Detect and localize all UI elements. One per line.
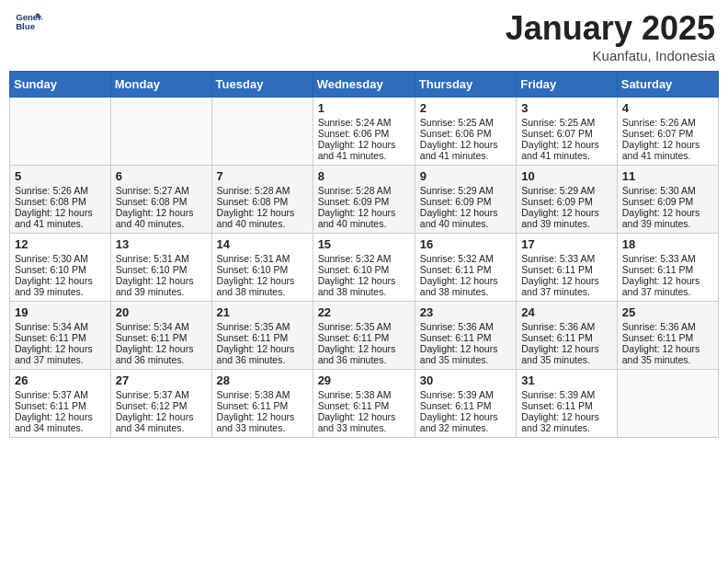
day-info-line: and 37 minutes. xyxy=(15,354,106,365)
weekday-header-wednesday: Wednesday xyxy=(313,72,415,98)
day-info-line: Sunrise: 5:28 AM xyxy=(217,185,308,196)
calendar-cell: 26Sunrise: 5:37 AMSunset: 6:11 PMDayligh… xyxy=(10,370,111,438)
day-info-line: Sunset: 6:11 PM xyxy=(420,264,511,275)
day-info-line: Sunset: 6:09 PM xyxy=(420,196,511,207)
calendar-cell: 16Sunrise: 5:32 AMSunset: 6:11 PMDayligh… xyxy=(415,234,516,302)
day-number: 29 xyxy=(318,373,410,387)
day-number: 19 xyxy=(15,305,106,319)
day-number: 30 xyxy=(420,373,511,387)
day-info-line: Sunset: 6:06 PM xyxy=(420,128,511,139)
day-info-line: and 37 minutes. xyxy=(521,286,612,297)
day-info-line: Daylight: 12 hours xyxy=(318,207,410,218)
calendar-row-4: 26Sunrise: 5:37 AMSunset: 6:11 PMDayligh… xyxy=(10,370,719,438)
day-info-line: and 41 minutes. xyxy=(420,150,511,161)
day-info-line: Sunrise: 5:32 AM xyxy=(420,253,511,264)
day-number: 20 xyxy=(116,305,207,319)
day-info-line: Sunset: 6:11 PM xyxy=(622,332,713,343)
day-number: 28 xyxy=(217,373,308,387)
day-info-line: and 41 minutes. xyxy=(318,150,410,161)
logo: General Blue xyxy=(13,9,42,40)
day-info-line: and 36 minutes. xyxy=(116,354,207,365)
day-info-line: Daylight: 12 hours xyxy=(116,411,207,422)
day-number: 13 xyxy=(116,237,207,251)
calendar-cell: 5Sunrise: 5:26 AMSunset: 6:08 PMDaylight… xyxy=(10,166,111,234)
weekday-header-thursday: Thursday xyxy=(415,72,516,98)
day-info-line: Daylight: 12 hours xyxy=(521,343,612,354)
day-info-line: Daylight: 12 hours xyxy=(420,139,511,150)
day-info-line: Sunset: 6:11 PM xyxy=(318,332,410,343)
day-info-line: Sunset: 6:06 PM xyxy=(318,128,410,139)
day-info-line: Sunset: 6:08 PM xyxy=(15,196,106,207)
day-info-line: Daylight: 12 hours xyxy=(217,207,308,218)
day-info-line: Sunset: 6:11 PM xyxy=(521,400,612,411)
day-info-line: and 40 minutes. xyxy=(116,218,207,229)
calendar-cell: 23Sunrise: 5:36 AMSunset: 6:11 PMDayligh… xyxy=(415,302,516,370)
day-info-line: Daylight: 12 hours xyxy=(217,343,308,354)
calendar-table: SundayMondayTuesdayWednesdayThursdayFrid… xyxy=(9,71,719,438)
day-info-line: Sunrise: 5:36 AM xyxy=(521,321,612,332)
day-info-line: Daylight: 12 hours xyxy=(15,275,106,286)
weekday-header-friday: Friday xyxy=(517,72,618,98)
day-info-line: Sunset: 6:11 PM xyxy=(521,332,612,343)
day-number: 14 xyxy=(217,237,308,251)
day-info-line: Daylight: 12 hours xyxy=(420,207,511,218)
day-info-line: Daylight: 12 hours xyxy=(318,411,410,422)
day-info-line: Sunrise: 5:38 AM xyxy=(217,389,308,400)
day-info-line: Sunset: 6:08 PM xyxy=(116,196,207,207)
calendar-cell: 11Sunrise: 5:30 AMSunset: 6:09 PMDayligh… xyxy=(617,166,718,234)
calendar-cell: 7Sunrise: 5:28 AMSunset: 6:08 PMDaylight… xyxy=(211,166,313,234)
day-info-line: Sunrise: 5:29 AM xyxy=(521,185,612,196)
day-number: 3 xyxy=(521,101,612,115)
day-info-line: and 41 minutes. xyxy=(622,150,713,161)
day-info-line: and 35 minutes. xyxy=(420,354,511,365)
day-number: 27 xyxy=(116,373,207,387)
day-info-line: and 32 minutes. xyxy=(420,422,511,433)
day-info-line: Sunrise: 5:25 AM xyxy=(420,117,511,128)
day-info-line: Daylight: 12 hours xyxy=(116,207,207,218)
day-number: 23 xyxy=(420,305,511,319)
calendar-cell: 2Sunrise: 5:25 AMSunset: 6:06 PMDaylight… xyxy=(415,98,516,166)
day-info-line: Sunrise: 5:35 AM xyxy=(318,321,410,332)
day-info-line: Daylight: 12 hours xyxy=(622,343,713,354)
day-info-line: Sunset: 6:10 PM xyxy=(318,264,410,275)
day-info-line: Sunrise: 5:33 AM xyxy=(521,253,612,264)
location: Kuanfatu, Indonesia xyxy=(506,48,715,63)
calendar-cell xyxy=(110,98,211,166)
day-info-line: Sunset: 6:10 PM xyxy=(217,264,308,275)
calendar-cell: 3Sunrise: 5:25 AMSunset: 6:07 PMDaylight… xyxy=(517,98,618,166)
day-info-line: Daylight: 12 hours xyxy=(622,275,713,286)
calendar-cell: 22Sunrise: 5:35 AMSunset: 6:11 PMDayligh… xyxy=(313,302,415,370)
day-info-line: Sunrise: 5:39 AM xyxy=(420,389,511,400)
calendar-cell: 25Sunrise: 5:36 AMSunset: 6:11 PMDayligh… xyxy=(617,302,718,370)
day-info-line: and 35 minutes. xyxy=(521,354,612,365)
calendar-cell: 27Sunrise: 5:37 AMSunset: 6:12 PMDayligh… xyxy=(110,370,211,438)
weekday-header-monday: Monday xyxy=(110,72,211,98)
day-info-line: Sunset: 6:11 PM xyxy=(217,400,308,411)
calendar-cell: 12Sunrise: 5:30 AMSunset: 6:10 PMDayligh… xyxy=(10,234,111,302)
day-info-line: Daylight: 12 hours xyxy=(420,275,511,286)
calendar-cell: 24Sunrise: 5:36 AMSunset: 6:11 PMDayligh… xyxy=(517,302,618,370)
day-number: 15 xyxy=(318,237,410,251)
day-info-line: and 34 minutes. xyxy=(116,422,207,433)
day-number: 26 xyxy=(15,373,106,387)
calendar-cell: 10Sunrise: 5:29 AMSunset: 6:09 PMDayligh… xyxy=(517,166,618,234)
calendar-cell: 20Sunrise: 5:34 AMSunset: 6:11 PMDayligh… xyxy=(110,302,211,370)
day-info-line: Sunrise: 5:32 AM xyxy=(318,253,410,264)
day-info-line: Sunset: 6:11 PM xyxy=(420,332,511,343)
day-info-line: Sunrise: 5:39 AM xyxy=(521,389,612,400)
day-info-line: and 37 minutes. xyxy=(622,286,713,297)
svg-text:Blue: Blue xyxy=(16,21,35,31)
calendar-cell xyxy=(10,98,111,166)
day-info-line: Sunrise: 5:35 AM xyxy=(217,321,308,332)
calendar-cell: 19Sunrise: 5:34 AMSunset: 6:11 PMDayligh… xyxy=(10,302,111,370)
day-number: 25 xyxy=(622,305,713,319)
day-info-line: Sunrise: 5:30 AM xyxy=(622,185,713,196)
day-info-line: Daylight: 12 hours xyxy=(217,275,308,286)
day-info-line: and 38 minutes. xyxy=(217,286,308,297)
day-info-line: Sunset: 6:11 PM xyxy=(521,264,612,275)
day-info-line: Daylight: 12 hours xyxy=(116,343,207,354)
calendar-cell: 30Sunrise: 5:39 AMSunset: 6:11 PMDayligh… xyxy=(415,370,516,438)
day-info-line: and 34 minutes. xyxy=(15,422,106,433)
day-info-line: Sunset: 6:07 PM xyxy=(521,128,612,139)
title-block: January 2025 Kuanfatu, Indonesia xyxy=(506,9,715,63)
